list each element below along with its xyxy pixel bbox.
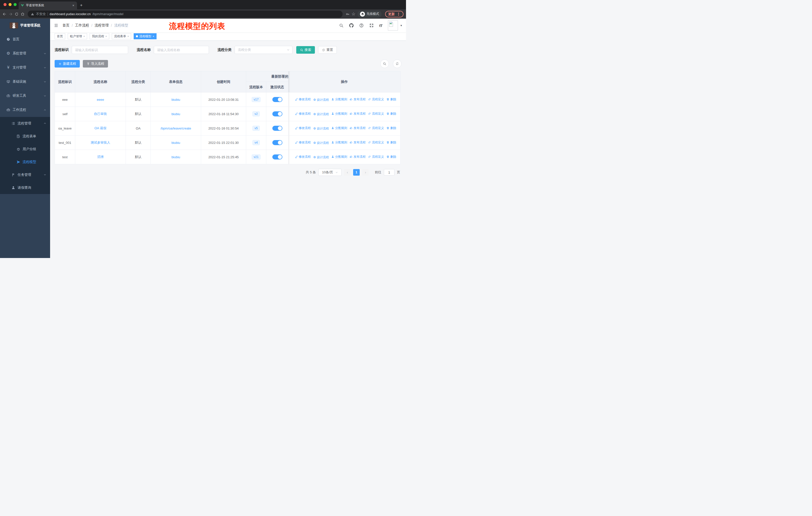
action-assign-rule[interactable]: 分配规则	[331, 155, 347, 159]
sidebar-item-workflow[interactable]: 工作流程	[0, 103, 50, 117]
action-modify-process[interactable]: 修改流程	[295, 97, 311, 102]
model-name-link[interactable]: 自己审批	[94, 112, 107, 116]
action-modify-process[interactable]: 修改流程	[295, 126, 311, 130]
page-size-select[interactable]: 10条/页	[318, 169, 342, 176]
reset-button[interactable]: 重置	[318, 46, 337, 54]
action-assign-rule[interactable]: 分配规则	[331, 140, 347, 145]
reload-icon[interactable]	[14, 12, 19, 16]
key-icon[interactable]	[346, 12, 350, 16]
font-size-icon[interactable]: tT	[379, 23, 382, 28]
goto-page-input[interactable]	[384, 169, 395, 175]
import-process-button[interactable]: 导入流程	[83, 60, 108, 67]
breadcrumb-item[interactable]: 工作流程	[75, 23, 89, 28]
tab-close-icon[interactable]: ×	[71, 3, 75, 7]
active-switch[interactable]	[272, 140, 283, 145]
sidebar-item-dev-tools[interactable]: 研发工具	[0, 89, 50, 103]
version-tag[interactable]: v2	[253, 111, 260, 116]
action-delete[interactable]: 删除	[386, 112, 396, 116]
version-tag[interactable]: v4	[253, 140, 260, 145]
forward-icon[interactable]	[8, 12, 12, 16]
browser-tab[interactable]: 芋道管理系统 ×	[19, 1, 77, 9]
filter-category-select[interactable]: 流程分类	[235, 46, 292, 54]
sidebar-item-process-manage[interactable]: 流程管理	[0, 117, 50, 130]
filter-key-input[interactable]	[72, 46, 128, 54]
action-assign-rule[interactable]: 分配规则	[331, 126, 347, 130]
new-tab-button[interactable]: +	[80, 3, 83, 8]
model-name-link[interactable]: eeee	[97, 98, 104, 102]
home-icon[interactable]	[21, 12, 25, 16]
form-info-link[interactable]: biubiu	[171, 155, 180, 159]
back-icon[interactable]	[2, 12, 6, 16]
action-publish-process[interactable]: 发布流程	[350, 140, 366, 145]
close-icon[interactable]: ×	[83, 35, 85, 38]
refresh-table-button[interactable]	[393, 59, 402, 68]
version-tag[interactable]: v21	[252, 155, 261, 160]
action-publish-process[interactable]: 发布流程	[350, 97, 366, 102]
active-switch[interactable]	[272, 155, 283, 160]
sidebar-item-payment[interactable]: ¥支付管理	[0, 60, 50, 75]
action-publish-process[interactable]: 发布流程	[350, 126, 366, 130]
action-delete[interactable]: 删除	[386, 140, 396, 145]
github-icon[interactable]	[349, 23, 354, 28]
action-modify-process[interactable]: 修改流程	[295, 140, 311, 145]
action-process-definition[interactable]: 流程定义	[368, 126, 384, 130]
model-name-link[interactable]: 滔博	[97, 155, 104, 159]
fullscreen-icon[interactable]	[369, 23, 374, 28]
form-info-link[interactable]: biubiu	[171, 112, 180, 116]
sidebar-collapse-icon[interactable]	[54, 23, 58, 27]
model-name-link[interactable]: OA 请假	[94, 126, 107, 130]
action-assign-rule[interactable]: 分配规则	[331, 97, 347, 102]
action-design-process[interactable]: ⚙设计流程	[313, 155, 329, 160]
action-delete[interactable]: 删除	[386, 155, 396, 159]
action-design-process[interactable]: ⚙设计流程	[313, 112, 329, 116]
action-process-definition[interactable]: 流程定义	[368, 97, 384, 102]
action-modify-process[interactable]: 修改流程	[295, 155, 311, 159]
action-process-definition[interactable]: 流程定义	[368, 140, 384, 145]
header-search-icon[interactable]	[339, 23, 344, 28]
window-close-button[interactable]	[3, 3, 6, 6]
active-switch[interactable]	[272, 111, 283, 116]
filter-name-input[interactable]	[154, 46, 209, 54]
action-publish-process[interactable]: 发布流程	[350, 112, 366, 116]
action-design-process[interactable]: ⚙设计流程	[313, 141, 329, 145]
window-minimize-button[interactable]	[8, 3, 11, 6]
breadcrumb-item[interactable]: 首页	[62, 23, 69, 28]
close-icon[interactable]: ×	[127, 35, 129, 38]
sidebar-item-leave-query[interactable]: 请假查询	[0, 181, 50, 194]
action-publish-process[interactable]: 发布流程	[350, 155, 366, 159]
form-info-link[interactable]: biubiu	[171, 98, 180, 102]
action-process-definition[interactable]: 流程定义	[368, 112, 384, 116]
toggle-search-button[interactable]	[380, 59, 389, 68]
page-1-button[interactable]: 1	[353, 169, 360, 175]
tag-process-model[interactable]: 流程模型×	[134, 33, 156, 39]
form-info-link[interactable]: biubiu	[171, 141, 180, 145]
sidebar-item-process-form[interactable]: 流程表单	[0, 130, 50, 143]
breadcrumb-item[interactable]: 流程管理	[95, 23, 109, 28]
model-name-link[interactable]: 测试多审批人	[91, 141, 110, 144]
sidebar-item-system[interactable]: ⚙系统管理	[0, 46, 50, 60]
help-icon[interactable]	[359, 23, 364, 28]
sidebar-item-process-model[interactable]: 流程模型	[0, 156, 50, 168]
sidebar-item-task-manage[interactable]: 任务管理	[0, 168, 50, 181]
sidebar-item-user-group[interactable]: 用户分组	[0, 143, 50, 156]
caret-down-icon[interactable]: ▾	[401, 24, 402, 27]
bookmark-star-icon[interactable]: ☆	[352, 12, 355, 16]
form-info-link[interactable]: /bpm/oa/leave/create	[161, 127, 191, 130]
action-assign-rule[interactable]: 分配规则	[331, 112, 347, 116]
close-icon[interactable]: ×	[105, 35, 107, 38]
action-delete[interactable]: 删除	[386, 97, 396, 102]
create-process-button[interactable]: 新建流程	[55, 60, 80, 67]
tag-tenant-manage[interactable]: 租户管理×	[68, 33, 87, 39]
active-switch[interactable]	[272, 97, 283, 102]
browser-menu-icon[interactable]: ⋮	[397, 12, 401, 16]
update-button[interactable]: 更新 ⋮	[385, 11, 404, 18]
active-switch[interactable]	[272, 126, 283, 131]
sidebar-item-infrastructure[interactable]: 基础设施	[0, 75, 50, 89]
url-bar[interactable]: 不安全 dashboard.yudao.iocoder.cn/bpm/manag…	[28, 10, 343, 18]
action-design-process[interactable]: ⚙设计流程	[313, 98, 329, 102]
window-maximize-button[interactable]	[13, 3, 17, 6]
search-button[interactable]: 搜索	[296, 46, 315, 54]
version-tag[interactable]: v5	[253, 126, 260, 131]
prev-page-button[interactable]: ‹	[344, 169, 351, 175]
action-delete[interactable]: 删除	[386, 126, 396, 130]
